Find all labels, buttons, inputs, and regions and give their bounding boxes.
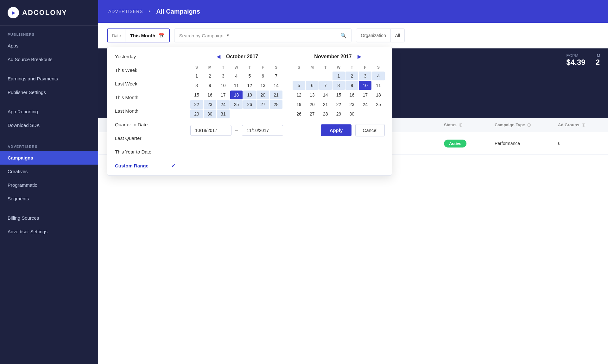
cal-day[interactable]: 4 (230, 72, 243, 80)
cal-day[interactable]: 23 (345, 100, 358, 109)
search-icon[interactable]: 🔍 (340, 33, 347, 39)
to-date-input[interactable] (242, 125, 283, 136)
cal-day-empty (293, 72, 305, 80)
search-box[interactable]: Search by Campaign ▼ 🔍 (174, 28, 352, 42)
cal-day[interactable]: 25 (230, 100, 243, 109)
cal-day[interactable]: 31 (217, 110, 230, 118)
preset-yesterday[interactable]: Yesterday (107, 50, 183, 63)
cal-day[interactable]: 20 (256, 91, 269, 99)
cal-day[interactable]: 28 (270, 100, 282, 109)
cal-day[interactable]: 16 (204, 91, 216, 99)
cal-day[interactable]: 27 (256, 100, 269, 109)
impressions-value: 2 (596, 58, 600, 67)
cal-day[interactable]: 8 (190, 81, 203, 90)
cal-day[interactable]: 29 (332, 110, 345, 118)
sidebar-item-segments[interactable]: Segments (0, 192, 98, 205)
cal-day[interactable]: 17 (217, 91, 230, 99)
cal-day[interactable]: 23 (204, 100, 216, 109)
cal-day[interactable]: 26 (293, 110, 305, 118)
cal-day[interactable]: 16 (345, 91, 358, 99)
preset-this-year[interactable]: This Year to Date (107, 145, 183, 159)
cal-day[interactable]: 3 (359, 72, 371, 80)
prev-month-button[interactable]: ◀ (215, 53, 222, 60)
date-filter-button[interactable]: Date This Month 📅 (107, 28, 170, 42)
cal-day[interactable]: 15 (190, 91, 203, 99)
preset-last-quarter[interactable]: Last Quarter (107, 131, 183, 145)
cal-day[interactable]: 3 (217, 72, 230, 80)
cal-day[interactable]: 14 (319, 91, 332, 99)
preset-this-week[interactable]: This Week (107, 63, 183, 77)
cal-day[interactable]: 1 (332, 72, 345, 80)
cal-day[interactable]: 18 (230, 91, 243, 99)
sidebar-item-advertiser-settings[interactable]: Advertiser Settings (0, 225, 98, 238)
from-date-input[interactable] (190, 125, 231, 136)
cal-day[interactable]: 9 (204, 81, 216, 90)
sidebar-item-campaigns[interactable]: Campaigns (0, 151, 98, 165)
cal-day[interactable]: 22 (332, 100, 345, 109)
th-type: Campaign Type ⓘ (495, 122, 558, 128)
cal-day[interactable]: 7 (270, 72, 282, 80)
cal-day[interactable]: 15 (332, 91, 345, 99)
cal-day[interactable]: 6 (306, 81, 319, 90)
th-groups: Ad Groups ⓘ (558, 122, 599, 128)
cal-day[interactable]: 24 (359, 100, 371, 109)
preset-custom-range[interactable]: Custom Range ✓ (107, 159, 183, 173)
org-filter[interactable]: Organization All (356, 28, 405, 42)
cal-day[interactable]: 5 (243, 72, 256, 80)
sidebar-item-app-reporting[interactable]: App Reporting (0, 105, 98, 118)
cal-day[interactable]: 12 (243, 81, 256, 90)
cal-day[interactable]: 11 (372, 81, 385, 90)
sidebar-item-creatives[interactable]: Creatives (0, 165, 98, 178)
cal-day[interactable]: 13 (256, 81, 269, 90)
cal-day[interactable]: 6 (256, 72, 269, 80)
cal-day[interactable]: 24 (217, 100, 230, 109)
cancel-button[interactable]: Cancel (355, 124, 385, 136)
sidebar-item-billing-sources[interactable]: Billing Sources (0, 211, 98, 225)
next-month-button[interactable]: ▶ (356, 53, 363, 60)
cal-day[interactable]: 17 (359, 91, 371, 99)
cal-day[interactable]: 30 (204, 110, 216, 118)
cal-day[interactable]: 8 (332, 81, 345, 90)
td-status: Active (444, 140, 495, 147)
cal-day[interactable]: 1 (190, 72, 203, 80)
cal-day[interactable]: 21 (319, 100, 332, 109)
cal-day[interactable]: 11 (230, 81, 243, 90)
sidebar-item-programmatic[interactable]: Programmatic (0, 178, 98, 192)
preset-quarter-to-date[interactable]: Quarter to Date (107, 118, 183, 131)
cal-day[interactable]: 22 (190, 100, 203, 109)
cal-day[interactable]: 18 (372, 91, 385, 99)
cal-day[interactable]: 19 (243, 91, 256, 99)
cal-day[interactable]: 12 (293, 91, 305, 99)
cal-day[interactable]: 4 (372, 72, 385, 80)
preset-this-month[interactable]: This Month (107, 91, 183, 104)
cal-day[interactable]: 7 (319, 81, 332, 90)
cal-day[interactable]: 21 (270, 91, 282, 99)
cal-day[interactable]: 14 (270, 81, 282, 90)
cal-day[interactable]: 2 (204, 72, 216, 80)
sidebar-item-download-sdk[interactable]: Download SDK (0, 118, 98, 132)
cal-day[interactable]: 9 (345, 81, 358, 90)
cal-day[interactable]: 20 (306, 100, 319, 109)
cal-day[interactable]: 2 (345, 72, 358, 80)
ecpm-metric: eCPM $4.39 (567, 53, 586, 67)
cal-day[interactable]: 25 (372, 100, 385, 109)
cal-day[interactable]: 13 (306, 91, 319, 99)
cal-day[interactable]: 29 (190, 110, 203, 118)
sidebar-item-apps[interactable]: Apps (0, 39, 98, 53)
sidebar-item-ad-source-breakouts[interactable]: Ad Source Breakouts (0, 53, 98, 66)
cal-day[interactable]: 27 (306, 110, 319, 118)
cal-day[interactable]: 26 (243, 100, 256, 109)
sidebar-item-earnings[interactable]: Earnings and Payments (0, 72, 98, 85)
preset-last-week[interactable]: Last Week (107, 77, 183, 91)
calendar-icon: 📅 (158, 33, 165, 39)
cal-day[interactable]: 28 (319, 110, 332, 118)
cal-day[interactable]: 19 (293, 100, 305, 109)
preset-last-month[interactable]: Last Month (107, 104, 183, 118)
apply-button[interactable]: Apply (321, 124, 352, 136)
cal-day[interactable]: 10 (217, 81, 230, 90)
cal-day[interactable]: 30 (345, 110, 358, 118)
header-separator: • (149, 9, 151, 14)
cal-day[interactable]: 10 (359, 81, 371, 90)
cal-day[interactable]: 5 (293, 81, 305, 90)
sidebar-item-publisher-settings[interactable]: Publisher Settings (0, 85, 98, 99)
